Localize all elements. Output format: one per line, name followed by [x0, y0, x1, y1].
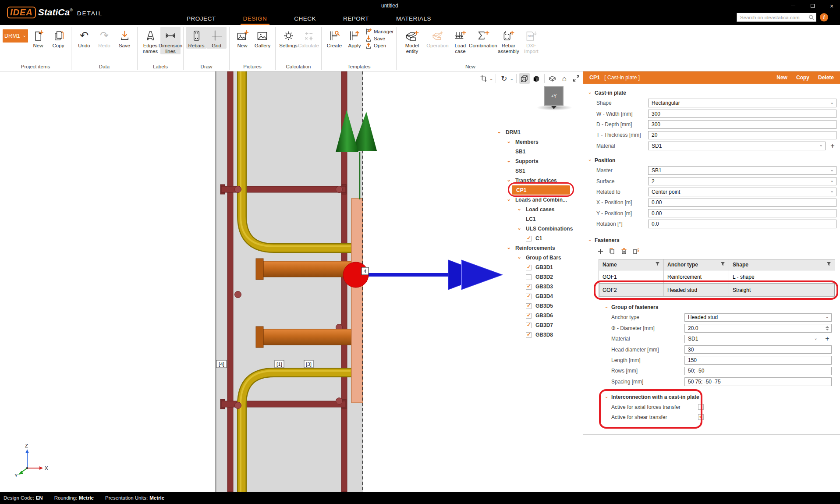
add-fastener-button[interactable]: [596, 247, 604, 255]
chevron-down-icon[interactable]: ⌄: [506, 197, 512, 202]
minimize-button[interactable]: [789, 2, 797, 10]
clip-view-button[interactable]: [478, 73, 489, 84]
tree-item-cp1-selected[interactable]: CP1: [512, 185, 570, 195]
new-project-item-button[interactable]: New: [28, 27, 48, 49]
template-save-button[interactable]: Save: [365, 35, 393, 42]
force-arrow[interactable]: [350, 260, 503, 290]
checkbox[interactable]: [526, 332, 532, 338]
entity-delete-button[interactable]: Delete: [818, 75, 834, 81]
headed-stud-2[interactable]: [256, 327, 351, 348]
anchor-type-select[interactable]: Headed stud⌄: [684, 313, 832, 322]
chevron-down-icon[interactable]: ⌄: [496, 129, 502, 134]
home-view-button[interactable]: ⌂: [559, 73, 570, 84]
thickness-field[interactable]: 20: [648, 131, 836, 140]
menu-check[interactable]: CHECK: [291, 12, 319, 25]
maximize-button[interactable]: [808, 2, 816, 10]
delete-fastener-button[interactable]: [620, 247, 628, 255]
view-cube[interactable]: +Y: [544, 86, 564, 106]
chevron-down-icon[interactable]: ⌄: [506, 139, 512, 144]
view-cube-arrow[interactable]: [551, 106, 556, 109]
checkbox[interactable]: [526, 313, 532, 319]
add-material-button[interactable]: +: [829, 142, 836, 150]
chevron-down-icon[interactable]: ⌄: [510, 76, 513, 81]
rebar-assembly-button[interactable]: Rebar assembly: [496, 27, 521, 54]
chevron-down-icon[interactable]: ⌄: [506, 158, 512, 163]
template-create-button[interactable]: Create: [324, 27, 344, 49]
cast-in-plate-3d[interactable]: [351, 199, 363, 403]
tree-item-sb1[interactable]: SB1: [515, 149, 525, 155]
checkbox[interactable]: [526, 303, 532, 309]
chevron-down-icon[interactable]: ⌄: [489, 76, 493, 81]
surface-select[interactable]: 2⌄: [648, 177, 836, 186]
new-picture-button[interactable]: New: [232, 27, 252, 49]
tree-item-uls-combinations[interactable]: ULS Combinations: [526, 226, 573, 232]
checkbox[interactable]: [526, 265, 532, 270]
tree-item-gb3d1[interactable]: GB3D1: [535, 264, 553, 270]
chevron-down-icon[interactable]: ⌄: [506, 177, 512, 182]
headed-stud-1[interactable]: [256, 259, 351, 280]
shape-select[interactable]: Rectangular⌄: [648, 99, 836, 107]
menu-materials[interactable]: MATERIALS: [393, 12, 434, 25]
menu-report[interactable]: REPORT: [340, 12, 372, 25]
rotation-field[interactable]: 0.0: [648, 220, 836, 228]
filter-icon[interactable]: [655, 262, 660, 268]
rebars-toggle[interactable]: Rebars: [186, 27, 206, 49]
fastener-row-gof1[interactable]: GOF1 Reinforcement L - shape: [599, 270, 835, 283]
tree-item-gb3d3[interactable]: GB3D3: [535, 284, 553, 290]
template-open-button[interactable]: Open: [365, 43, 393, 49]
section-interconnection[interactable]: ⌄ Interconnection with a cast-in plate: [597, 392, 840, 402]
dimension-lines-toggle[interactable]: Dimension lines: [160, 27, 181, 54]
section-group-of-fasteners[interactable]: ⌄ Group of fasteners: [597, 302, 840, 312]
chevron-down-icon[interactable]: ⌄: [516, 226, 522, 231]
tree-item-group-of-bars[interactable]: Group of Bars: [526, 255, 561, 261]
diameter-stepper[interactable]: 20.0: [684, 324, 832, 333]
load-case-button[interactable]: Load case: [450, 27, 470, 54]
gallery-button[interactable]: Gallery: [252, 27, 273, 49]
unfold-view-button[interactable]: [547, 73, 558, 84]
rows-field[interactable]: 50; -50: [684, 367, 832, 376]
grid-toggle[interactable]: Grid: [206, 27, 227, 49]
combination-button[interactable]: Combination: [470, 27, 496, 49]
tree-item-gb3d7[interactable]: GB3D7: [535, 322, 553, 328]
chevron-down-icon[interactable]: ⌄: [506, 245, 512, 250]
tree-item-drm1[interactable]: DRM1: [506, 129, 521, 135]
menu-design[interactable]: DESIGN: [241, 12, 270, 25]
tree-item-lc1[interactable]: LC1: [526, 216, 536, 222]
tree-item-gb3d6[interactable]: GB3D6: [535, 312, 553, 319]
undo-button[interactable]: ↶ Undo: [74, 27, 94, 49]
save-button[interactable]: Save: [114, 27, 135, 49]
related-to-select[interactable]: Center point⌄: [648, 188, 836, 196]
info-button[interactable]: i: [820, 13, 828, 21]
fastener-material-select[interactable]: SD1⌄: [684, 335, 820, 344]
entity-new-button[interactable]: New: [776, 75, 787, 81]
close-button[interactable]: ×: [828, 2, 836, 10]
checkbox[interactable]: [526, 236, 532, 241]
tree-item-supports[interactable]: Supports: [515, 158, 539, 164]
section-fasteners[interactable]: ⌄ Fasteners: [583, 235, 840, 245]
filter-icon[interactable]: [826, 262, 831, 268]
spinner-arrows[interactable]: [826, 326, 829, 330]
checkbox[interactable]: [526, 323, 532, 328]
tree-item-members[interactable]: Members: [515, 139, 539, 145]
tree-item-gb3d8[interactable]: GB3D8: [535, 332, 553, 338]
checkbox[interactable]: [526, 274, 532, 280]
tree-item-gb3d4[interactable]: GB3D4: [535, 293, 553, 299]
head-diameter-field[interactable]: 30: [684, 345, 832, 354]
depth-field[interactable]: 300: [648, 120, 836, 129]
material-select[interactable]: SD1⌄: [648, 142, 826, 150]
add-fastener-material-button[interactable]: +: [823, 335, 831, 343]
tree-item-loads-combinations[interactable]: Loads and Combin...: [515, 197, 567, 203]
model-entity-button[interactable]: Model entity: [399, 27, 425, 54]
template-manager-button[interactable]: Manager: [365, 28, 393, 35]
rotate-view-button[interactable]: ↻: [499, 73, 509, 84]
template-apply-button[interactable]: Apply: [344, 27, 365, 49]
length-field[interactable]: 150: [684, 356, 832, 365]
delete-all-fasteners-button[interactable]: [632, 247, 640, 255]
copy-project-item-button[interactable]: Copy: [48, 27, 68, 49]
x-position-field[interactable]: 0.00: [648, 199, 836, 207]
zoom-extents-button[interactable]: [571, 73, 581, 84]
edges-names-toggle[interactable]: Edges names: [140, 27, 160, 54]
fastener-row-gof2[interactable]: GOF2 Headed stud Straight: [599, 283, 835, 296]
search-input[interactable]: [740, 15, 808, 20]
filter-icon[interactable]: [720, 262, 725, 268]
